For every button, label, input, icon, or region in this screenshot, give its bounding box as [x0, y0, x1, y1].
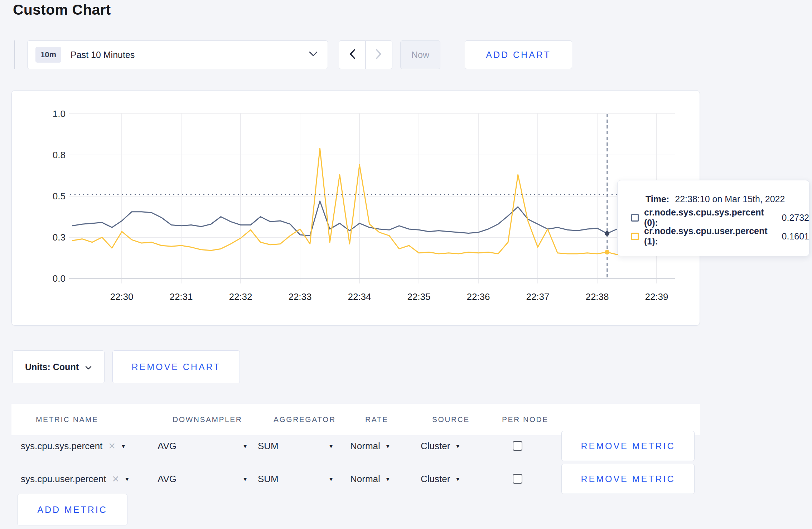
caret-down-icon: ▼	[242, 476, 248, 482]
tooltip-sys-value: 0.2732	[782, 213, 809, 223]
source-value: Cluster	[421, 441, 450, 452]
metric-name-select[interactable]: sys.cpu.user.percent ✕ ▼	[21, 474, 130, 485]
toolbar-divider	[14, 40, 15, 69]
caret-down-icon: ▼	[385, 476, 391, 482]
tooltip-time-value: 22:38:10 on Mar 15th, 2022	[675, 194, 785, 204]
metric-name-select[interactable]: sys.cpu.sys.percent ✕ ▼	[21, 441, 126, 452]
remove-tag-icon[interactable]: ✕	[108, 441, 116, 451]
rate-select[interactable]: Normal ▼	[350, 441, 391, 452]
caret-down-icon: ▼	[242, 443, 248, 449]
caret-down-icon: ▼	[121, 443, 126, 449]
tooltip-time-label: Time:	[646, 194, 669, 204]
rate-select[interactable]: Normal ▼	[350, 474, 391, 485]
remove-metric-button[interactable]: REMOVE METRIC	[561, 431, 695, 461]
tooltip-sys-label: cr.node.sys.cpu.sys.percent (0):	[644, 207, 776, 228]
table-row: sys.cpu.sys.percent ✕ ▼ AVG ▼ SUM ▼ Norm…	[11, 429, 700, 462]
now-button[interactable]: Now	[400, 40, 440, 69]
caret-down-icon: ▼	[328, 476, 334, 482]
chart-card	[11, 90, 700, 326]
chart-tooltip: Time: 22:38:10 on Mar 15th, 2022 cr.node…	[617, 180, 809, 256]
caret-down-icon: ▼	[455, 443, 460, 449]
chevron-down-icon	[85, 362, 92, 372]
metric-name-value: sys.cpu.sys.percent	[21, 441, 102, 452]
tooltip-user-value: 0.1601	[782, 231, 809, 242]
metric-name-value: sys.cpu.user.percent	[21, 474, 106, 485]
caret-down-icon: ▼	[455, 476, 460, 482]
aggregator-value: SUM	[258, 441, 279, 452]
remove-tag-icon[interactable]: ✕	[112, 474, 119, 484]
remove-chart-button[interactable]: REMOVE CHART	[112, 350, 240, 383]
per-node-checkbox[interactable]	[513, 474, 522, 484]
chevron-down-icon	[309, 52, 318, 58]
caret-down-icon: ▼	[385, 443, 391, 449]
downsampler-select[interactable]: AVG ▼	[158, 474, 248, 485]
tooltip-time-row: Time: 22:38:10 on Mar 15th, 2022	[646, 190, 809, 208]
downsampler-value: AVG	[158, 474, 177, 485]
page-title: Custom Chart	[13, 1, 111, 18]
table-row: sys.cpu.user.percent ✕ ▼ AVG ▼ SUM ▼ Nor…	[11, 462, 700, 495]
next-timeframe-button[interactable]	[366, 41, 392, 69]
rate-value: Normal	[350, 441, 380, 452]
tooltip-user-label: cr.node.sys.cpu.user.percent (1):	[644, 226, 776, 247]
remove-metric-button[interactable]: REMOVE METRIC	[561, 464, 695, 494]
source-value: Cluster	[421, 474, 450, 485]
tooltip-series-row: cr.node.sys.cpu.sys.percent (0): 0.2732	[631, 208, 809, 227]
chevron-right-icon	[375, 49, 382, 61]
tooltip-series-row: cr.node.sys.cpu.user.percent (1): 0.1601	[631, 227, 809, 246]
aggregator-value: SUM	[258, 474, 279, 485]
rate-value: Normal	[350, 474, 380, 485]
timescale-dropdown[interactable]: 10m Past 10 Minutes	[27, 40, 328, 69]
source-select[interactable]: Cluster ▼	[421, 441, 460, 452]
units-label: Units: Count	[25, 362, 79, 372]
aggregator-select[interactable]: SUM ▼	[258, 441, 334, 452]
add-metric-button[interactable]: ADD METRIC	[17, 494, 127, 525]
caret-down-icon: ▼	[328, 443, 334, 449]
timescale-badge: 10m	[35, 47, 61, 63]
custom-chart-page: Custom Chart 10m Past 10 Minutes Now ADD…	[0, 0, 812, 529]
source-select[interactable]: Cluster ▼	[421, 474, 460, 485]
downsampler-select[interactable]: AVG ▼	[158, 441, 248, 452]
time-nav-group	[339, 40, 392, 69]
units-dropdown[interactable]: Units: Count	[12, 350, 105, 383]
caret-down-icon: ▼	[124, 476, 130, 482]
downsampler-value: AVG	[158, 441, 177, 452]
series-sys-swatch-icon	[631, 214, 639, 222]
timescale-label: Past 10 Minutes	[71, 50, 135, 60]
prev-timeframe-button[interactable]	[339, 41, 365, 69]
add-chart-button[interactable]: ADD CHART	[465, 40, 572, 69]
per-node-checkbox[interactable]	[513, 441, 522, 451]
aggregator-select[interactable]: SUM ▼	[258, 474, 334, 485]
chevron-left-icon	[349, 49, 356, 61]
series-user-swatch-icon	[631, 233, 639, 240]
